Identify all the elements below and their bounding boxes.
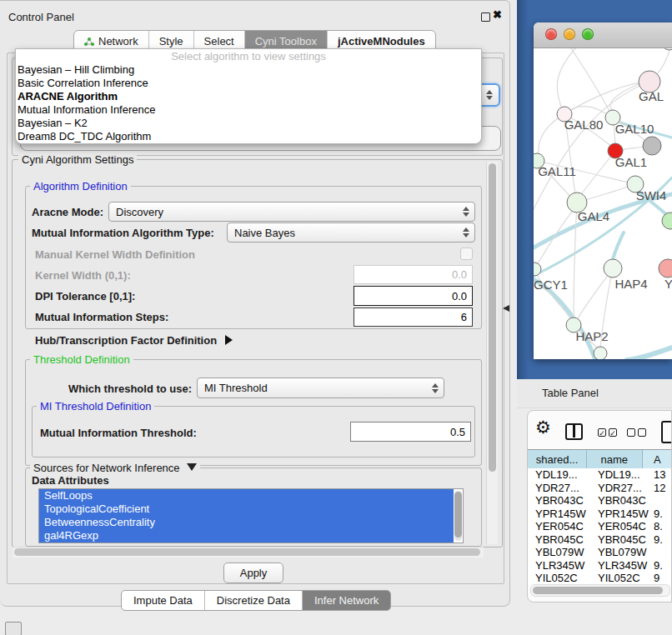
node-label: HAP2 xyxy=(575,329,608,343)
mi-steps-field[interactable]: 6 xyxy=(354,308,473,327)
table-row[interactable]: YBR045CYBR045C9. xyxy=(528,533,672,547)
checked-checkbox-icon[interactable]: ✓ xyxy=(598,428,606,437)
table-row[interactable]: YLR345WYLR345W9. xyxy=(528,559,672,572)
hub-definition-toggle[interactable]: Hub/Transcription Factor Definition xyxy=(35,334,233,347)
column-header-shared...[interactable]: shared... xyxy=(528,450,587,468)
attribute-item[interactable]: gal4RGexp xyxy=(39,529,454,542)
table-cell: YBL079W xyxy=(535,546,584,559)
tab-label: Network xyxy=(98,35,138,48)
network-node[interactable] xyxy=(594,347,607,359)
network-node-y[interactable] xyxy=(659,259,672,278)
table-cell: YBR043C xyxy=(535,494,584,508)
sources-toggle[interactable]: Sources for Network Inference xyxy=(30,462,200,474)
minimize-traffic-light-icon[interactable] xyxy=(564,28,575,40)
which-threshold-label: Which threshold to use: xyxy=(68,382,192,395)
control-panel-window: Control Panel ✖ NetworkStyleSelectCyni T… xyxy=(0,0,510,607)
settings-vscroll-thumb[interactable] xyxy=(489,163,496,472)
network-view-window[interactable]: GALGAL80GAL10GAL1GAL11SWI4GAL4GCY1HAP4YH… xyxy=(534,22,672,359)
close-traffic-light-icon[interactable] xyxy=(545,28,557,40)
table-row[interactable]: YPR145WYPR145W9. xyxy=(528,508,672,521)
algorithm-option-basic-correlation-inference[interactable]: Basic Correlation Inference xyxy=(16,77,481,90)
table-row[interactable]: YIL052CYIL052C9 xyxy=(528,572,672,584)
tab-discretize-data[interactable]: Discretize Data xyxy=(205,591,303,610)
table-header-row: shared...nameA xyxy=(528,449,672,469)
table-row[interactable]: YDL19...YDL19...13 xyxy=(528,468,672,482)
which-threshold-select[interactable]: MI Threshold xyxy=(197,378,444,398)
table-horizontal-scrollbar[interactable] xyxy=(530,584,670,597)
data-attributes-label: Data Attributes xyxy=(32,474,109,487)
docked-panel-icon[interactable] xyxy=(5,622,22,635)
export-table-icon[interactable] xyxy=(661,421,672,443)
tab-label: jActiveMNodules xyxy=(338,35,425,48)
gear-icon[interactable]: ⚙ xyxy=(535,418,551,438)
kernel-width-field[interactable]: 0.0 xyxy=(354,265,473,284)
network-canvas[interactable]: GALGAL80GAL10GAL1GAL11SWI4GAL4GCY1HAP4YH… xyxy=(534,48,672,359)
mi-type-select[interactable]: Naive Bayes xyxy=(227,222,475,242)
column-header-A[interactable]: A xyxy=(643,450,672,468)
network-edge[interactable] xyxy=(627,348,672,359)
float-panel-icon[interactable] xyxy=(481,12,490,22)
mi-type-value: Naive Bayes xyxy=(234,227,295,239)
algorithm-option-aracne-algorithm[interactable]: ARACNE Algorithm xyxy=(16,90,481,103)
table-cell: 13 xyxy=(654,468,665,482)
settings-hscroll-thumb[interactable] xyxy=(14,548,480,556)
node-label: Y xyxy=(664,277,672,291)
mi-threshold-group-title: MI Threshold Definition xyxy=(37,400,154,412)
table-cell: YDR27... xyxy=(535,482,579,495)
attribute-item[interactable]: SelfLoops xyxy=(39,489,454,502)
node-label: GAL80 xyxy=(564,118,604,132)
aracne-mode-select[interactable]: Discovery xyxy=(108,202,475,222)
algorithm-list: Bayesian – Hill ClimbingBasic Correlatio… xyxy=(16,63,481,143)
checked-checkbox-icon[interactable]: ✓ xyxy=(609,428,617,437)
table-row[interactable]: YER054CYER054C8. xyxy=(528,520,672,533)
network-node[interactable] xyxy=(643,137,661,155)
combo-arrows-icon xyxy=(463,207,469,217)
zoom-traffic-light-icon[interactable] xyxy=(582,28,594,40)
table-row[interactable]: YBR043CYBR043C xyxy=(528,494,672,508)
unchecked-checkbox-icon[interactable] xyxy=(627,428,635,437)
table-cell: YPR145W xyxy=(535,508,586,521)
table-row[interactable]: YDR27...YDR27...12 xyxy=(528,482,672,495)
network-edge[interactable] xyxy=(580,151,615,196)
attributes-scrollbar[interactable] xyxy=(454,491,462,541)
attribute-item[interactable]: TopologicalCoefficient xyxy=(39,502,454,516)
tab-infer-network[interactable]: Infer Network xyxy=(303,591,390,610)
settings-horizontal-scrollbar[interactable] xyxy=(13,547,484,558)
table-cell: YDL19... xyxy=(598,468,640,482)
table-row[interactable]: YBL079WYBL079W xyxy=(528,546,672,559)
tab-impute-data[interactable]: Impute Data xyxy=(122,591,205,610)
table-cell: 9 xyxy=(654,572,659,584)
table-cell: YBL079W xyxy=(598,546,647,559)
manual-kernel-checkbox[interactable] xyxy=(460,248,473,260)
attribute-item[interactable]: BetweennessCentrality xyxy=(39,516,454,529)
table-hscroll-thumb[interactable] xyxy=(533,587,663,594)
network-node[interactable] xyxy=(661,48,672,50)
unchecked-checkbox-icon[interactable] xyxy=(638,428,646,437)
node-label: GCY1 xyxy=(534,278,568,292)
network-edge[interactable] xyxy=(574,202,577,318)
table-cell: YPR145W xyxy=(598,508,649,521)
expand-right-icon xyxy=(225,335,233,345)
split-columns-icon[interactable] xyxy=(565,423,583,440)
algorithm-option-mutual-information-inference[interactable]: Mutual Information Inference xyxy=(16,103,481,117)
table-cell: 9. xyxy=(654,508,663,521)
close-icon[interactable]: ✖ xyxy=(493,8,502,21)
node-label: GAL10 xyxy=(615,122,654,136)
algorithm-option-bayesian-k2[interactable]: Bayesian – K2 xyxy=(16,117,481,130)
network-edge[interactable] xyxy=(557,48,575,114)
column-header-name[interactable]: name xyxy=(587,450,642,468)
network-node-hap4[interactable] xyxy=(604,259,622,278)
settings-vertical-scrollbar[interactable] xyxy=(486,162,498,544)
algorithm-option-bayesian-hill-climbing[interactable]: Bayesian – Hill Climbing xyxy=(16,63,481,77)
network-node[interactable] xyxy=(662,212,672,229)
algorithm-option-dream8-dc-tdc-algorithm[interactable]: Dream8 DC_TDC Algorithm xyxy=(16,130,481,143)
network-window-titlebar[interactable] xyxy=(534,22,672,48)
dpi-tolerance-field[interactable]: 0.0 xyxy=(354,286,473,306)
apply-button[interactable]: Apply xyxy=(223,562,283,583)
data-attributes-list[interactable]: SelfLoopsTopologicalCoefficientBetweenne… xyxy=(38,488,464,543)
node-label: HAP4 xyxy=(614,277,647,291)
node-label: SWI4 xyxy=(636,188,667,202)
mi-threshold-field[interactable]: 0.5 xyxy=(350,422,471,442)
table-cell: YLR345W xyxy=(598,559,647,572)
network-edge[interactable] xyxy=(613,232,624,259)
